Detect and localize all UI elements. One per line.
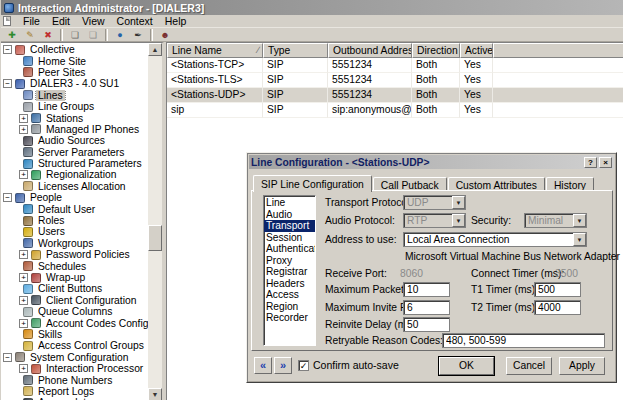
tree-item-access-control-groups[interactable]: Access Control Groups (1, 340, 150, 351)
tree-item-roles[interactable]: Roles (1, 215, 150, 226)
reinvite-delay-input[interactable] (403, 317, 450, 332)
menu-edit[interactable]: Edit (46, 15, 76, 27)
column-header-active[interactable]: Active (460, 43, 493, 58)
tree-item-users[interactable]: Users (1, 226, 150, 237)
tree-item-licenses-allocation[interactable]: Licenses Allocation (1, 181, 150, 192)
expand-icon[interactable]: + (19, 170, 28, 179)
tree-item-password-policies[interactable]: +Password Policies (1, 249, 150, 260)
dialog-close-button[interactable]: × (599, 157, 612, 168)
title-bar[interactable]: Interaction Administrator - [DIALER3] (1, 0, 623, 15)
tree-item-system-configuration[interactable]: −System Configuration (1, 352, 150, 363)
add-button[interactable]: ✚ (4, 28, 20, 41)
collapse-icon[interactable]: − (3, 45, 12, 54)
tree-item-stations[interactable]: +Stations (1, 112, 150, 123)
nav-item-transport[interactable]: Transport (264, 220, 315, 232)
tree-item-report-logs[interactable]: Report Logs (1, 386, 150, 397)
table-row--stations-tcp-[interactable]: <Stations-TCP>SIP5551234BothYes (167, 58, 623, 73)
tree-item-dialer3-4-0-su1[interactable]: −DIALER3 - 4.0 SU1 (1, 78, 150, 89)
nav-item-session[interactable]: Session (264, 232, 315, 244)
next-item-button[interactable]: » (274, 357, 292, 374)
tree-item-home-site[interactable]: Home Site (1, 55, 150, 66)
tree-item-peer-sites[interactable]: Peer Sites (1, 67, 150, 78)
previous-item-button[interactable]: « (254, 357, 272, 374)
tree-item-regionalization[interactable]: +Regionalization (1, 169, 150, 180)
t1-timer-input[interactable] (534, 282, 581, 297)
nav-item-region[interactable]: Region (264, 301, 315, 313)
apply-button[interactable]: Apply (559, 357, 605, 375)
address-to-use-combo[interactable]: Local Area Connection ▼ (403, 232, 587, 247)
collapse-icon[interactable]: − (3, 79, 12, 88)
copy-button[interactable]: ❏ (67, 28, 83, 41)
tree-item-line-groups[interactable]: Line Groups (1, 101, 150, 112)
tree-item-default-user[interactable]: Default User (1, 203, 150, 214)
collapse-icon[interactable]: − (3, 193, 12, 202)
tree-item-server-parameters[interactable]: Server Parameters (1, 147, 150, 158)
key-button[interactable]: ✒ (130, 28, 146, 41)
tree-item-structured-parameters[interactable]: Structured Parameters (1, 158, 150, 169)
column-header-outbound-address[interactable]: Outbound Address (328, 43, 412, 58)
tree-item-client-configuration[interactable]: +Client Configuration (1, 295, 150, 306)
mdi-document-icon[interactable] (3, 16, 11, 26)
tree-item-phone-numbers[interactable]: Phone Numbers (1, 374, 150, 385)
tree-item-people[interactable]: −People (1, 192, 150, 203)
column-header-type[interactable]: Type (263, 43, 328, 58)
tree-item-queue-columns[interactable]: Queue Columns (1, 306, 150, 317)
max-packet-retry-input[interactable] (403, 282, 450, 297)
tree-item-audio-sources[interactable]: Audio Sources (1, 135, 150, 146)
table-row-sip[interactable]: sipSIPsip:anonymous@anon...BothYes (167, 103, 623, 118)
menu-view[interactable]: View (76, 15, 111, 27)
tab-history[interactable]: History (546, 177, 594, 191)
expand-icon[interactable]: + (19, 296, 28, 305)
nav-item-line[interactable]: Line (264, 197, 315, 209)
column-header-direction[interactable]: Direction (412, 43, 460, 58)
max-invite-retry-input[interactable] (403, 300, 450, 315)
tab-custom-attributes[interactable]: Custom Attributes (448, 177, 545, 191)
dialog-help-button[interactable]: ? (584, 157, 597, 168)
expand-icon[interactable]: + (19, 273, 28, 282)
column-header-line-name[interactable]: Line Name∕ (167, 43, 263, 58)
expand-icon[interactable]: + (19, 319, 28, 328)
tab-call-putback[interactable]: Call Putback (373, 177, 447, 191)
nav-item-recorder[interactable]: Recorder (264, 312, 315, 324)
tab-sip-line-configuration[interactable]: SIP Line Configuration (253, 175, 372, 192)
t2-timer-input[interactable] (534, 300, 581, 315)
paste-button[interactable]: ❏ (85, 28, 101, 41)
tree-item-interaction-processor[interactable]: +Interaction Processor (1, 363, 150, 374)
confirm-autosave-checkbox[interactable]: ✓ Confirm auto-save (298, 359, 399, 371)
cancel-button[interactable]: Cancel (506, 357, 552, 375)
tree-item-managed-ip-phones[interactable]: +Managed IP Phones (1, 124, 150, 135)
tree-item-collective[interactable]: −Collective (1, 44, 150, 55)
expand-icon[interactable]: + (19, 364, 28, 373)
table-row--stations-tls-[interactable]: <Stations-TLS>SIP5551234BothYes (167, 73, 623, 88)
tree-item-wrap-up[interactable]: +Wrap-up (1, 272, 150, 283)
scroll-down-button[interactable]: ▼ (148, 388, 162, 400)
tree-item-schedules[interactable]: Schedules (1, 260, 150, 271)
menu-help[interactable]: Help (159, 15, 193, 27)
network-globe-button[interactable]: ● (112, 28, 128, 41)
tree-item-account-codes-configuration[interactable]: +Account Codes Configuration (1, 317, 150, 328)
menu-file[interactable]: File (17, 15, 46, 27)
tree-item-client-buttons[interactable]: Client Buttons (1, 283, 150, 294)
nav-item-headers[interactable]: Headers (264, 278, 315, 290)
delete-button[interactable]: ✖ (40, 28, 56, 41)
tree-item-workgroups[interactable]: Workgroups (1, 238, 150, 249)
nav-item-proxy[interactable]: Proxy (264, 255, 315, 267)
nav-item-audio[interactable]: Audio (264, 209, 315, 221)
ok-button[interactable]: OK (439, 357, 494, 375)
tree-item-skills[interactable]: Skills (1, 329, 150, 340)
table-row--stations-udp-[interactable]: <Stations-UDP>SIP5551234BothYes (167, 88, 623, 103)
checkbox-check-icon[interactable]: ✓ (298, 360, 309, 371)
expand-icon[interactable]: + (19, 250, 28, 259)
menu-context[interactable]: Context (111, 15, 159, 27)
tree-item-lines[interactable]: Lines (1, 90, 150, 101)
nav-item-access[interactable]: Access (264, 289, 315, 301)
collapse-icon[interactable]: − (3, 353, 12, 362)
nav-item-authentication[interactable]: Authentication (264, 243, 315, 255)
user-button[interactable]: ☻ (157, 28, 173, 41)
retryable-reason-codes-input[interactable] (442, 333, 605, 348)
dialog-title-bar[interactable]: Line Configuration - <Stations-UDP> ? × (249, 155, 614, 169)
edit-button[interactable]: ✎ (22, 28, 38, 41)
expand-icon[interactable]: + (19, 125, 28, 134)
scrollbar-thumb[interactable] (148, 225, 162, 251)
nav-item-registrar[interactable]: Registrar (264, 266, 315, 278)
